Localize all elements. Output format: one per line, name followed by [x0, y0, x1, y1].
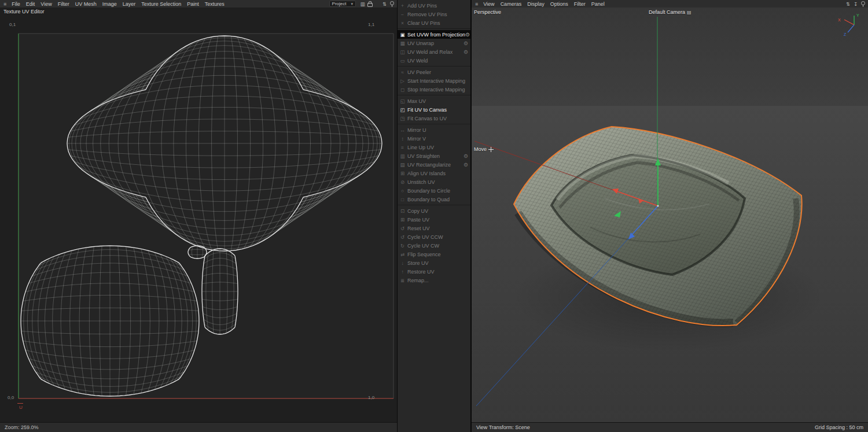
menu-filter[interactable]: Filter: [55, 1, 72, 7]
uv-weld-and-relax-icon: ◫: [399, 49, 406, 55]
lock-icon[interactable]: [366, 1, 374, 8]
command-label: Fit Canvas to UV: [407, 116, 447, 121]
command-add-uv-pins: +Add UV Pins: [398, 1, 470, 10]
max-uv-icon: ◱: [399, 98, 406, 104]
project-dropdown-value: Project: [332, 1, 347, 6]
u-axis-tick: [17, 403, 23, 404]
uv-editor-menubar: ≡ FileEditViewFilterUV MeshImageLayerTex…: [0, 0, 397, 8]
paste-uv-icon: ⊞: [399, 217, 406, 223]
menu-image[interactable]: Image: [100, 1, 120, 7]
zoom-status: Zoom: 259.0%: [5, 424, 39, 430]
uv-straighten-icon: ▥: [399, 153, 406, 159]
uv-corner-label-00: 0,0: [8, 395, 14, 400]
pin-icon: [861, 1, 865, 5]
panel-title: Texture UV Editor: [3, 9, 45, 14]
pin-icon[interactable]: [859, 1, 867, 8]
start-interactive-mapping-icon: ▷: [399, 78, 406, 84]
store-uv-icon: ↓: [399, 260, 406, 266]
view-mode-label[interactable]: Perspective: [474, 9, 501, 15]
add-uv-pins-icon: +: [399, 3, 406, 9]
viewport-menubar: ≡ ViewCamerasDisplayOptionsFilterPanel ⇅…: [472, 0, 868, 8]
uv-weld-icon: ▭: [399, 58, 406, 64]
uv-editor-header-icons: ▥⇅: [359, 1, 396, 8]
command-uv-straighten: ▥UV Straighten⚙: [398, 152, 470, 160]
copy-uv-icon: ⊡: [399, 208, 406, 214]
viewport-3d[interactable]: Perspective Default Camera ▤ Move X Y Z: [472, 8, 868, 422]
menu-textures[interactable]: Textures: [202, 1, 227, 7]
menu-view[interactable]: View: [38, 1, 54, 7]
command-label: UV Rectangularize: [407, 162, 451, 168]
camera-label[interactable]: Default Camera ▤: [649, 9, 692, 15]
vp-menu-display[interactable]: Display: [524, 1, 547, 7]
command-mirror-u: ↔Mirror U: [398, 125, 470, 134]
command-restore-uv: ↑Restore UV: [398, 267, 470, 276]
options-gear-icon: ⚙: [464, 40, 469, 46]
triad-x-line: [844, 20, 854, 25]
command-separator: [398, 94, 470, 97]
viewport-menu: ViewCamerasDisplayOptionsFilterPanel: [480, 1, 607, 7]
command-separator: [398, 65, 470, 68]
mirror-u-icon: ↔: [399, 127, 406, 133]
command-label: Stop Interactive Mapping: [407, 87, 465, 93]
options-gear-icon[interactable]: ⚙: [465, 32, 471, 38]
viewport-header-icons: ⇅↧: [844, 1, 867, 8]
perspective-viewport-panel: ≡ ViewCamerasDisplayOptionsFilterPanel ⇅…: [472, 0, 868, 432]
viewport-scene: [472, 8, 868, 422]
uv-canvas[interactable]: [17, 30, 395, 400]
viewport-statusbar: View Transform: Scene Grid Spacing : 50 …: [472, 422, 868, 432]
command-cycle-uv-ccw: ↺Cycle UV CCW: [398, 232, 470, 241]
command-uv-weld-and-relax: ◫UV Weld and Relax⚙: [398, 47, 470, 56]
menu-file[interactable]: File: [9, 1, 23, 7]
updown-arrows-icon[interactable]: ⇅: [381, 1, 388, 8]
command-fit-uv-to-canvas[interactable]: ◰Fit UV to Canvas: [398, 105, 470, 114]
updown-arrows-icon[interactable]: ⇅: [844, 1, 852, 8]
menu-edit[interactable]: Edit: [23, 1, 38, 7]
project-dropdown[interactable]: Project ▾: [329, 1, 356, 7]
vp-menu-options[interactable]: Options: [547, 1, 571, 7]
command-set-uvw-from-projection[interactable]: ▣Set UVW from Projection⚙: [398, 30, 470, 39]
active-tool-text: Move: [474, 146, 487, 152]
command-mirror-v: ↕Mirror V: [398, 134, 470, 143]
grid-spacing-status: Grid Spacing : 50 cm: [815, 424, 863, 430]
command-label: Flip Sequence: [407, 252, 441, 257]
pin-icon[interactable]: [388, 1, 396, 8]
command-label: Start Interactive Mapping: [407, 78, 465, 84]
active-tool-label: Move: [474, 146, 494, 152]
command-start-interactive-mapping: ▷Start Interactive Mapping: [398, 76, 470, 85]
menu-uv-mesh[interactable]: UV Mesh: [72, 1, 100, 7]
vp-menu-panel[interactable]: Panel: [589, 1, 608, 7]
command-remove-uv-pins: −Remove UV Pins: [398, 10, 470, 19]
command-label: Unstitch UV: [407, 179, 435, 185]
command-copy-uv: ⊡Copy UV: [398, 206, 470, 215]
cycle-uv-cw-icon: ↻: [399, 243, 406, 249]
command-label: UV Peeler: [407, 69, 431, 75]
vp-menu-filter[interactable]: Filter: [571, 1, 589, 7]
move-cursor-icon: [488, 147, 494, 152]
gizmo-center[interactable]: [657, 205, 659, 206]
menu-paint[interactable]: Paint: [184, 1, 202, 7]
hamburger-menu-icon[interactable]: ≡: [473, 1, 480, 7]
restore-uv-icon: ↑: [399, 269, 406, 275]
command-label: Remap...: [407, 278, 429, 283]
vp-menu-view[interactable]: View: [480, 1, 497, 7]
vp-menu-cameras[interactable]: Cameras: [498, 1, 525, 7]
triad-z-label: Z: [844, 32, 847, 36]
command-label: Clear UV Pins: [407, 20, 440, 26]
command-label: Store UV: [407, 260, 429, 266]
command-label: UV Weld and Relax: [407, 49, 453, 55]
texture-uv-editor-panel: ≡ FileEditViewFilterUV MeshImageLayerTex…: [0, 0, 398, 432]
down-arrow-icon[interactable]: ↧: [852, 1, 859, 8]
app-window: ≡ FileEditViewFilterUV MeshImageLayerTex…: [0, 0, 868, 432]
uv-unit-square: [19, 34, 393, 398]
axis-triad: X Y Z: [837, 11, 865, 36]
menu-layer[interactable]: Layer: [120, 1, 139, 7]
hamburger-menu-icon[interactable]: ≡: [1, 1, 9, 7]
command-clear-uv-pins: ×Clear UV Pins: [398, 19, 470, 27]
command-uv-unwrap: ▦UV Unwrap⚙: [398, 39, 470, 47]
line-up-uv-icon: ≡: [399, 145, 406, 150]
command-flip-sequence: ⇄Flip Sequence: [398, 250, 470, 259]
menu-texture-selection[interactable]: Texture Selection: [138, 1, 184, 7]
chart-icon[interactable]: ▥: [359, 1, 366, 8]
command-label: Remove UV Pins: [407, 12, 447, 17]
camera-label-text: Default Camera: [649, 9, 685, 15]
